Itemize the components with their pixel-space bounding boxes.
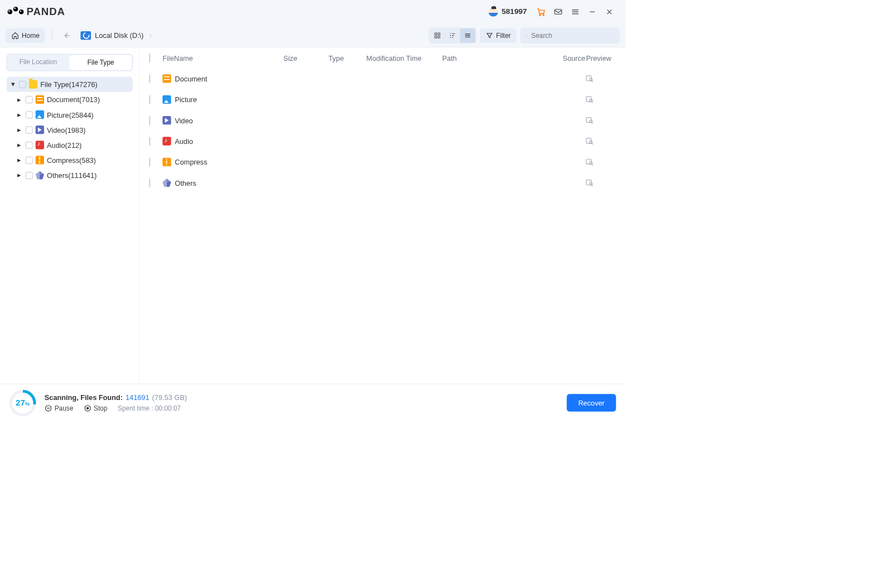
tree-node-label: Video(1983)	[47, 126, 85, 133]
row-checkbox[interactable]	[149, 179, 150, 187]
svg-rect-5	[435, 36, 436, 37]
row-name: Audio	[175, 137, 193, 145]
oth-icon	[36, 171, 44, 179]
zip-icon	[36, 156, 44, 164]
row-checkbox[interactable]	[149, 137, 150, 146]
table-row[interactable]: Others	[140, 172, 625, 193]
row-checkbox[interactable]	[149, 157, 150, 166]
row-name: Compress	[175, 158, 207, 166]
pic-icon	[36, 110, 44, 119]
tree-node-vid[interactable]: ▸Video(1983)	[7, 122, 133, 137]
search-box[interactable]	[520, 27, 620, 44]
user-id: 581997	[502, 8, 527, 16]
header-mtime[interactable]: Modification Time	[366, 54, 442, 61]
pic-icon	[162, 95, 171, 104]
caret-right-icon[interactable]: ▸	[16, 156, 23, 164]
tree-node-zip[interactable]: ▸Compress(583)	[7, 152, 133, 167]
checkbox[interactable]	[26, 172, 33, 179]
search-icon	[526, 31, 527, 39]
checkbox[interactable]	[26, 157, 33, 164]
checkbox[interactable]	[26, 96, 33, 103]
cart-icon[interactable]	[532, 3, 550, 21]
aud-icon	[36, 141, 44, 149]
brand-text: PANDA	[27, 6, 65, 18]
table-row[interactable]: Compress	[140, 152, 625, 172]
caret-right-icon[interactable]: ▸	[16, 141, 23, 149]
tab-file-location[interactable]: File Location	[7, 55, 69, 71]
progress-percent: 27	[16, 398, 25, 407]
progress-ring: 27%	[9, 389, 36, 416]
disk-icon	[81, 31, 92, 40]
back-button[interactable]	[59, 28, 74, 43]
svg-point-22	[87, 407, 88, 409]
preview-icon[interactable]	[585, 158, 612, 166]
tree-node-label: Picture(25844)	[47, 110, 94, 118]
table-row[interactable]: Audio	[140, 131, 625, 151]
view-list-button[interactable]	[460, 28, 475, 42]
header-preview[interactable]: Preview	[585, 54, 612, 61]
header-source[interactable]: Source	[552, 54, 585, 61]
view-grid-button[interactable]	[430, 28, 445, 42]
header-type[interactable]: Type	[328, 54, 366, 61]
tree-node-pic[interactable]: ▸Picture(25844)	[7, 107, 133, 122]
breadcrumb[interactable]: Local Disk (D:\)	[78, 29, 157, 41]
caret-down-icon[interactable]: ▾	[9, 80, 16, 88]
svg-point-0	[539, 15, 540, 16]
user-avatar[interactable]	[484, 3, 502, 21]
preview-icon[interactable]	[585, 95, 612, 104]
svg-point-20	[46, 406, 51, 411]
checkbox[interactable]	[26, 126, 33, 133]
tree-node-oth[interactable]: ▸Others(111641)	[7, 168, 133, 183]
table-row[interactable]: Document	[140, 68, 625, 89]
tree-node-label: Document(7013)	[47, 95, 100, 103]
caret-right-icon[interactable]: ▸	[16, 171, 23, 179]
pause-button[interactable]: Pause	[45, 404, 74, 412]
header-path[interactable]: Path	[442, 54, 552, 61]
stop-button[interactable]: Stop	[84, 404, 107, 412]
caret-right-icon[interactable]: ▸	[16, 95, 23, 104]
checkbox[interactable]	[26, 141, 33, 148]
header-size[interactable]: Size	[284, 54, 329, 61]
view-detail-button[interactable]	[445, 28, 460, 42]
minimize-icon[interactable]	[584, 3, 601, 21]
tree-node-label: Audio(212)	[47, 141, 81, 149]
tree-node-doc[interactable]: ▸Document(7013)	[7, 92, 133, 107]
view-mode-group	[429, 27, 476, 44]
select-all-checkbox[interactable]	[149, 54, 150, 62]
tree-node-aud[interactable]: ▸Audio(212)	[7, 137, 133, 152]
row-checkbox[interactable]	[149, 95, 150, 104]
home-button[interactable]: Home	[6, 28, 45, 42]
spent-time: Spent time : 00:00:07	[118, 404, 181, 412]
search-input[interactable]	[531, 31, 614, 39]
status-bar: 27% Scanning, Files Found: 141691 (79.53…	[0, 384, 626, 422]
close-icon[interactable]	[601, 3, 618, 21]
preview-icon[interactable]	[585, 137, 612, 145]
tab-file-type[interactable]: File Type	[70, 55, 132, 70]
doc-icon	[36, 95, 44, 104]
mail-icon[interactable]	[550, 3, 567, 21]
checkbox[interactable]	[26, 111, 33, 118]
row-checkbox[interactable]	[149, 74, 150, 83]
recover-button[interactable]: Recover	[567, 394, 616, 411]
home-label: Home	[22, 31, 40, 39]
caret-right-icon[interactable]: ▸	[16, 126, 23, 134]
svg-rect-3	[435, 33, 436, 35]
table-row[interactable]: Video	[140, 110, 625, 131]
sidebar: File Location File Type ▾ File Type(1472…	[0, 47, 140, 384]
header-filename[interactable]: FileName	[162, 54, 284, 61]
table-row[interactable]: Picture	[140, 89, 625, 110]
tree-root-label: File Type(147276)	[40, 80, 97, 88]
svg-rect-2	[555, 9, 562, 14]
preview-icon[interactable]	[585, 116, 612, 124]
preview-icon[interactable]	[585, 179, 612, 187]
caret-right-icon[interactable]: ▸	[16, 110, 23, 119]
preview-icon[interactable]	[585, 74, 612, 83]
tree-root[interactable]: ▾ File Type(147276)	[7, 77, 133, 92]
tree-node-label: Others(111641)	[47, 171, 97, 179]
checkbox[interactable]	[19, 81, 26, 88]
row-name: Others	[175, 179, 196, 186]
filter-button[interactable]: Filter	[480, 28, 516, 42]
menu-icon[interactable]	[566, 3, 584, 21]
toolbar: Home Local Disk (D:\) Filter	[0, 23, 626, 47]
row-checkbox[interactable]	[149, 116, 150, 125]
